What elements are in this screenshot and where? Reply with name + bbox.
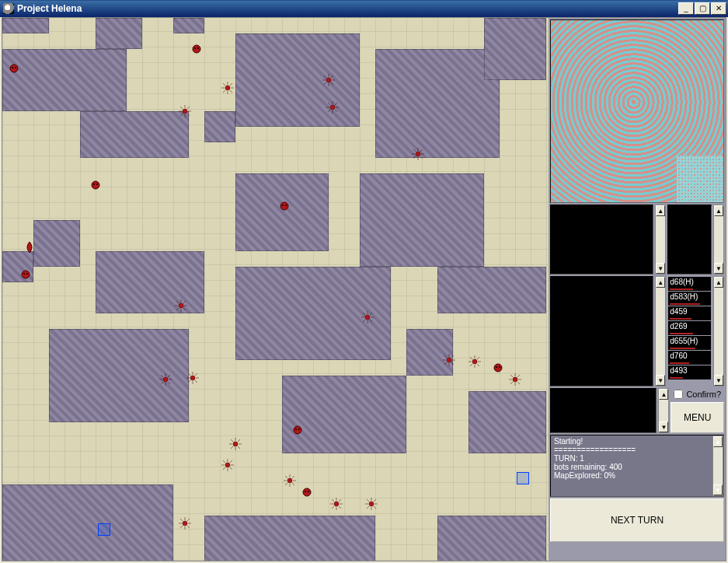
enemy-unit[interactable] xyxy=(89,179,102,191)
menu-button[interactable]: MENU xyxy=(671,402,724,433)
enemy-unit[interactable] xyxy=(278,200,291,212)
svg-point-38 xyxy=(308,491,309,492)
enemy-unit[interactable] xyxy=(326,101,339,114)
unit-list-item[interactable]: d760 xyxy=(668,351,711,365)
enemy-unit[interactable] xyxy=(190,43,203,55)
minimize-button[interactable]: _ xyxy=(678,2,694,15)
side-panel: ▲ ▼ ▲ ▼ ▲ ▼ d68(H)d583(H)d459d269d655(H)… xyxy=(549,18,726,561)
enemy-unit[interactable] xyxy=(412,148,424,160)
enemy-unit[interactable] xyxy=(23,241,36,254)
svg-point-40 xyxy=(369,502,374,506)
confirm-row: Confirm? xyxy=(671,388,724,400)
maximize-button[interactable]: ▢ xyxy=(695,2,710,15)
enemy-unit[interactable] xyxy=(361,311,374,323)
chevron-down-icon[interactable]: ▼ xyxy=(656,263,665,274)
enemy-unit[interactable] xyxy=(8,62,20,75)
svg-point-6 xyxy=(225,86,230,90)
info-panel-2-scrollbar[interactable]: ▲ ▼ xyxy=(713,205,724,275)
enemy-unit[interactable] xyxy=(365,498,378,510)
game-map[interactable] xyxy=(2,18,549,561)
wall-tile xyxy=(375,49,500,158)
unit-hp-bar xyxy=(670,288,693,290)
unit-list-item[interactable]: d583(H) xyxy=(668,292,711,306)
enemy-unit[interactable] xyxy=(221,459,234,471)
unit-hp-bar xyxy=(670,318,691,320)
enemy-unit[interactable] xyxy=(330,498,343,510)
chevron-up-icon[interactable]: ▲ xyxy=(656,277,665,288)
svg-point-4 xyxy=(194,47,196,49)
info-panel-1 xyxy=(550,205,653,275)
wall-tile xyxy=(173,18,204,33)
wall-tile xyxy=(235,33,360,127)
unit-list-item[interactable]: d493 xyxy=(668,365,711,379)
titlebar: Project Helena _ ▢ ✕ xyxy=(0,0,728,17)
svg-point-35 xyxy=(287,478,292,483)
svg-point-7 xyxy=(326,78,331,82)
info-panel-2 xyxy=(667,205,712,275)
wall-tile xyxy=(360,173,484,267)
svg-point-11 xyxy=(93,184,95,185)
minimap[interactable] xyxy=(550,19,724,203)
svg-point-5 xyxy=(197,47,199,49)
enemy-unit[interactable] xyxy=(186,372,199,384)
order-panel-scrollbar[interactable]: ▲ ▼ xyxy=(658,388,669,433)
enemy-unit[interactable] xyxy=(179,105,191,117)
enemy-unit[interactable] xyxy=(284,474,296,487)
enemy-unit[interactable] xyxy=(19,268,32,281)
chevron-up-icon[interactable]: ▲ xyxy=(659,389,668,400)
enemy-unit[interactable] xyxy=(468,355,481,368)
enemy-unit[interactable] xyxy=(291,424,304,436)
confirm-checkbox[interactable] xyxy=(674,390,683,399)
map-canvas xyxy=(2,18,549,561)
unit-list-item[interactable]: d269 xyxy=(668,321,711,335)
info-panel-1-scrollbar[interactable]: ▲ ▼ xyxy=(655,205,666,275)
unit-id-label: d655(H) xyxy=(670,337,698,345)
svg-point-25 xyxy=(472,359,477,364)
unit-list-scrollbar[interactable]: ▲ ▼ xyxy=(713,276,724,386)
wall-tile xyxy=(437,516,546,561)
svg-point-16 xyxy=(26,273,28,275)
app-icon xyxy=(3,3,14,14)
wall-tile xyxy=(282,376,406,453)
enemy-unit[interactable] xyxy=(159,373,172,386)
next-turn-button[interactable]: NEXT TURN xyxy=(550,498,724,542)
chevron-up-icon[interactable]: ▲ xyxy=(713,436,723,447)
unit-list-item[interactable]: d459 xyxy=(668,306,711,320)
enemy-unit[interactable] xyxy=(492,362,504,374)
enemy-unit[interactable] xyxy=(509,373,521,386)
enemy-unit[interactable] xyxy=(443,354,455,366)
unit-id-label: d68(H) xyxy=(670,278,694,286)
svg-point-19 xyxy=(285,205,287,206)
close-button[interactable]: ✕ xyxy=(711,2,726,15)
chevron-down-icon[interactable]: ▼ xyxy=(713,484,723,495)
wall-tile xyxy=(2,49,127,111)
chevron-down-icon[interactable]: ▼ xyxy=(656,375,665,386)
chevron-up-icon[interactable]: ▲ xyxy=(714,277,723,288)
order-panel xyxy=(550,388,657,433)
chevron-down-icon[interactable]: ▼ xyxy=(714,375,723,386)
detail-panel-scrollbar[interactable]: ▲ ▼ xyxy=(655,276,666,386)
svg-point-26 xyxy=(494,364,502,372)
svg-point-15 xyxy=(23,273,25,275)
chevron-up-icon[interactable]: ▲ xyxy=(714,205,723,216)
map-marker[interactable] xyxy=(98,523,110,536)
unit-list-item[interactable]: d655(H) xyxy=(668,336,711,350)
svg-point-31 xyxy=(295,428,297,430)
chevron-down-icon[interactable]: ▼ xyxy=(659,421,668,432)
enemy-unit[interactable] xyxy=(229,438,242,450)
unit-id-label: d760 xyxy=(670,351,687,360)
svg-point-22 xyxy=(163,377,168,382)
log-line: MapExplored: 0% xyxy=(554,471,709,480)
svg-point-36 xyxy=(303,488,311,496)
map-marker[interactable] xyxy=(517,472,529,484)
unit-list-item[interactable]: d68(H) xyxy=(668,277,711,291)
enemy-unit[interactable] xyxy=(301,486,313,498)
enemy-unit[interactable] xyxy=(322,74,335,86)
chevron-up-icon[interactable]: ▲ xyxy=(656,205,665,216)
enemy-unit[interactable] xyxy=(221,82,234,94)
enemy-unit[interactable] xyxy=(179,517,191,530)
chevron-down-icon[interactable]: ▼ xyxy=(714,263,723,274)
log-scrollbar[interactable]: ▲ ▼ xyxy=(712,435,723,496)
svg-point-30 xyxy=(294,426,301,434)
enemy-unit[interactable] xyxy=(175,299,187,312)
